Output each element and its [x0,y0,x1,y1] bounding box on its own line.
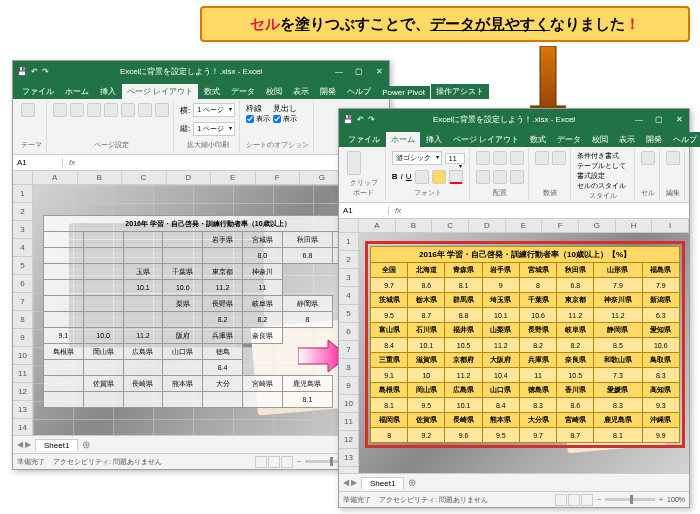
fill-color-button[interactable] [432,170,446,184]
table-cell-pref[interactable]: 沖縄県 [642,413,679,428]
table-cell-value[interactable]: 10.1 [408,338,445,353]
table-cell-value[interactable]: 8 [371,428,408,443]
tab-dev[interactable]: 開発 [315,84,341,99]
table-cell-value[interactable]: 7.9 [594,278,642,293]
table-cell-pref[interactable]: 愛媛県 [594,383,642,398]
tab-insert[interactable]: 挿入 [421,132,447,147]
sheet-nav-next[interactable]: ▶ [351,478,357,487]
table-cell-pref[interactable]: 福岡県 [371,413,408,428]
zoom-value[interactable]: 100% [667,496,685,503]
add-sheet-button[interactable]: ⊕ [82,439,90,450]
maximize-button[interactable]: ▢ [653,115,665,124]
table-cell-value[interactable]: 9.6 [445,428,482,443]
table-cell-value[interactable]: 9.5 [408,398,445,413]
table-cell-pref[interactable]: 岩手県 [482,263,519,278]
table-cell-value[interactable]: 8.3 [594,398,642,413]
table-cell-value[interactable]: 10.1 [482,308,519,323]
yellow-data-table[interactable]: 2016年 学習・自己啓発・訓練行動者率（10歳以上）【%】 全国北海道青森県岩… [370,246,680,443]
table-cell-value[interactable]: 8.2 [519,338,556,353]
italic-button[interactable]: I [401,172,403,181]
table-cell-pref[interactable]: 静岡県 [594,323,642,338]
table-cell-value[interactable]: 10.5 [445,338,482,353]
table-cell-pref[interactable]: 岡山県 [408,383,445,398]
table-cell-value[interactable]: 8.4 [482,398,519,413]
table-cell-pref[interactable]: 島根県 [371,383,408,398]
border-button[interactable] [415,170,429,184]
table-cell-pref[interactable]: 広島県 [445,383,482,398]
table-cell-value[interactable]: 9.9 [642,428,679,443]
table-cell-value[interactable]: 9.2 [408,428,445,443]
font-color-button[interactable] [449,170,463,184]
minimize-button[interactable]: — [333,67,345,76]
zoom-slider[interactable] [605,498,655,501]
margin-button[interactable] [53,103,67,117]
table-cell-value[interactable]: 8.7 [408,308,445,323]
table-cell-pref[interactable]: 高知県 [642,383,679,398]
table-cell-value[interactable]: 8 [519,278,556,293]
table-cell-value[interactable]: 10.1 [445,398,482,413]
grid-show-checkbox[interactable]: 表示 [246,114,270,124]
table-cell-value[interactable]: 8.2 [557,338,594,353]
table-cell-value[interactable]: 7.3 [594,368,642,383]
table-cell-value[interactable]: 11.2 [445,368,482,383]
sheet-tab[interactable]: Sheet1 [361,477,404,489]
sheet-area-2[interactable]: ABCDEFGHI 12345678910111213141516 2016年 … [339,219,689,473]
titles-button[interactable] [155,103,169,117]
tab-data[interactable]: データ [226,84,260,99]
undo-icon[interactable]: ↶ [31,67,38,76]
tab-formulas[interactable]: 数式 [525,132,551,147]
table-cell-value[interactable]: 8.1 [594,428,642,443]
table-cell-pref[interactable]: 秋田県 [557,263,594,278]
print-area-button[interactable] [104,103,118,117]
table-cell-pref[interactable]: 富山県 [371,323,408,338]
table-cell-pref[interactable]: 滋賀県 [408,353,445,368]
tab-view[interactable]: 表示 [614,132,640,147]
table-cell-value[interactable]: 8.1 [371,398,408,413]
background-button[interactable] [138,103,152,117]
tab-file[interactable]: ファイル [17,84,59,99]
table-cell-pref[interactable]: 和歌山県 [594,353,642,368]
tab-home[interactable]: ホーム [386,132,420,147]
table-cell-pref[interactable]: 宮城県 [519,263,556,278]
table-cell-value[interactable]: 9.7 [371,278,408,293]
tab-dev[interactable]: 開発 [641,132,667,147]
tab-powerpivot[interactable]: Power Pivot [377,86,430,99]
fx-label[interactable]: fx [389,206,407,215]
tab-insert[interactable]: 挿入 [95,84,121,99]
table-cell-value[interactable]: 8.4 [371,338,408,353]
table-cell-pref[interactable]: 石川県 [408,323,445,338]
tab-help[interactable]: ヘルプ [342,84,376,99]
select-all-corner[interactable] [13,171,33,184]
table-cell-pref[interactable]: 岐阜県 [557,323,594,338]
table-cell-pref[interactable]: 全国 [371,263,408,278]
table-cell-pref[interactable]: 大分県 [519,413,556,428]
table-cell-value[interactable]: 8.5 [594,338,642,353]
sheet-nav-prev[interactable]: ◀ [343,478,349,487]
table-cell-pref[interactable]: 北海道 [408,263,445,278]
close-button[interactable]: ✕ [673,115,685,124]
save-icon[interactable]: 💾 [343,115,353,124]
table-cell-value[interactable]: 9.1 [371,368,408,383]
table-cell-value[interactable]: 8.7 [557,428,594,443]
tab-view[interactable]: 表示 [288,84,314,99]
size-button[interactable] [87,103,101,117]
table-cell-pref[interactable]: 長野県 [519,323,556,338]
table-cell-pref[interactable]: 兵庫県 [519,353,556,368]
table-cell-pref[interactable]: 佐賀県 [408,413,445,428]
table-cell-pref[interactable]: 茨城県 [371,293,408,308]
themes-button[interactable] [21,103,35,117]
table-cell-value[interactable]: 8.3 [642,368,679,383]
table-cell-value[interactable]: 9 [482,278,519,293]
table-cell-value[interactable]: 11.2 [482,338,519,353]
undo-icon[interactable]: ↶ [357,115,364,124]
table-cell-pref[interactable]: 埼玉県 [482,293,519,308]
heading-show-checkbox[interactable]: 表示 [273,114,297,124]
table-cell-value[interactable]: 9.7 [519,428,556,443]
table-cell-value[interactable]: 10 [408,368,445,383]
add-sheet-button[interactable]: ⊕ [408,477,416,488]
left-data-table[interactable]: 2016年 学習・自己啓発・訓練行動者率（10歳以上） 岩手県宮城県秋田県山形県… [43,215,373,408]
underline-button[interactable]: U [406,172,412,181]
table-cell-pref[interactable]: 京都府 [445,353,482,368]
sheet-tab[interactable]: Sheet1 [35,439,78,451]
table-cell-value[interactable]: 8.1 [445,278,482,293]
